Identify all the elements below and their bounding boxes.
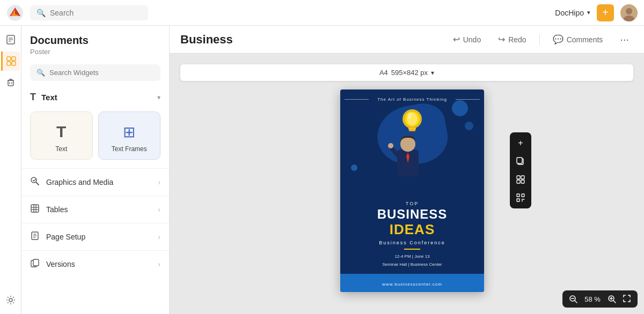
zoom-level: 58 % xyxy=(582,295,603,303)
widget-search-input[interactable] xyxy=(49,69,154,77)
tables-chevron-icon: › xyxy=(158,205,160,214)
svg-rect-14 xyxy=(12,62,16,65)
menu-tables-label: Tables xyxy=(46,205,68,214)
svg-line-59 xyxy=(613,301,616,303)
undo-button[interactable]: ↩ Undo xyxy=(449,32,485,47)
text-card-icon: T xyxy=(56,123,66,141)
versions-chevron-icon: › xyxy=(158,260,160,268)
global-search-bar[interactable]: 🔍 xyxy=(30,5,148,20)
chevron-down-icon: ▾ xyxy=(587,9,590,16)
poster-illustration xyxy=(340,104,484,190)
tables-icon xyxy=(30,204,40,215)
svg-line-56 xyxy=(575,301,577,303)
poster-container[interactable]: The Art of Business Thinking xyxy=(340,89,484,292)
poster-content: TOP BUSINESS IDEAS Business Conference 1… xyxy=(340,196,484,268)
main-layout: Documents Poster 🔍 T Text ▾ T Text ⊞ Tex… xyxy=(0,26,644,314)
svg-rect-36 xyxy=(517,180,520,183)
redo-button[interactable]: ↪ Redo xyxy=(494,32,530,47)
undo-icon: ↩ xyxy=(453,34,460,44)
svg-rect-33 xyxy=(517,158,522,163)
logo-icon[interactable] xyxy=(6,4,24,21)
text-section-icon: T xyxy=(30,92,36,103)
svg-rect-38 xyxy=(517,194,519,197)
redo-label: Redo xyxy=(508,35,526,44)
poster-details: 12-4 PM | June 13 Seminar Hall | Busines… xyxy=(349,253,475,268)
search-icon: 🔍 xyxy=(36,9,46,17)
text-frames-card-icon: ⊞ xyxy=(123,123,135,141)
widget-cards: T Text ⊞ Text Frames xyxy=(21,107,169,168)
zoom-out-button[interactable] xyxy=(567,293,580,305)
poster-divider xyxy=(404,249,420,250)
svg-point-49 xyxy=(407,113,412,119)
sidebar-icon-widgets[interactable] xyxy=(1,51,20,71)
text-frames-card-label: Text Frames xyxy=(112,145,147,153)
svg-rect-11 xyxy=(7,57,11,61)
float-add-button[interactable]: + xyxy=(512,134,529,152)
menu-item-page-setup[interactable]: Page Setup › xyxy=(21,223,169,250)
sidebar-title: Documents xyxy=(30,34,160,47)
user-menu-button[interactable]: DocHipo ▾ xyxy=(555,9,590,17)
svg-point-18 xyxy=(9,298,12,302)
float-toolbar: + xyxy=(510,132,531,208)
canvas-scroll[interactable]: A4 595×842 px ▾ + xyxy=(170,54,644,314)
menu-page-setup-label: Page Setup xyxy=(46,233,85,241)
poster-details-line2: Seminar Hall | Business Center xyxy=(349,261,475,268)
text-frames-widget-card[interactable]: ⊞ Text Frames xyxy=(98,111,161,160)
avatar[interactable] xyxy=(620,4,638,21)
float-copy-button[interactable] xyxy=(512,153,529,170)
widget-search-bar[interactable]: 🔍 xyxy=(30,64,160,81)
svg-rect-15 xyxy=(8,80,13,86)
add-new-button[interactable]: + xyxy=(597,4,614,21)
menu-item-graphics[interactable]: Graphics and Media › xyxy=(21,168,169,196)
comments-label: Comments xyxy=(567,35,603,44)
comments-button[interactable]: 💬 Comments xyxy=(548,32,608,47)
menu-graphics-label: Graphics and Media xyxy=(46,178,113,186)
menu-item-tables[interactable]: Tables › xyxy=(21,196,169,223)
svg-rect-13 xyxy=(7,62,11,65)
menu-item-tables-left: Tables xyxy=(30,204,68,215)
user-menu-label: DocHipo xyxy=(555,9,584,17)
menu-item-versions[interactable]: Versions › xyxy=(21,250,169,278)
page-setup-chevron-icon: › xyxy=(158,233,160,241)
svg-rect-34 xyxy=(517,176,520,179)
icon-sidebar xyxy=(0,26,21,314)
svg-rect-12 xyxy=(12,57,16,61)
svg-point-54 xyxy=(388,143,393,148)
zoom-expand-button[interactable] xyxy=(620,293,633,305)
sidebar-icon-trash[interactable] xyxy=(1,73,20,92)
float-qr-button[interactable] xyxy=(512,189,529,206)
poster-conference-label: Business Conference xyxy=(349,240,475,245)
svg-rect-21 xyxy=(31,205,39,212)
text-section-label: Text xyxy=(41,93,57,102)
zoom-bar: 58 % xyxy=(562,290,638,308)
svg-rect-41 xyxy=(522,199,523,200)
page-dimensions: 595×842 px xyxy=(391,69,428,77)
float-grid-button[interactable] xyxy=(512,171,529,188)
text-section-chevron: ▾ xyxy=(157,94,160,101)
sidebar-icon-document[interactable] xyxy=(1,30,20,49)
widget-search-icon: 🔍 xyxy=(36,69,45,77)
svg-rect-42 xyxy=(523,199,524,200)
more-options-button[interactable]: ··· xyxy=(616,31,633,48)
zoom-in-button[interactable] xyxy=(605,293,618,305)
canvas-title: Business xyxy=(180,33,440,47)
poster-details-line1: 12-4 PM | June 13 xyxy=(349,253,475,260)
canvas-area: Business ↩ Undo ↪ Redo 💬 Comments ··· A4… xyxy=(170,26,644,314)
menu-item-page-setup-left: Page Setup xyxy=(30,231,85,243)
poster-footer: www.businesscenter.com xyxy=(340,274,484,292)
comments-icon: 💬 xyxy=(553,34,564,44)
graphics-chevron-icon: › xyxy=(158,178,160,186)
text-section-header[interactable]: T Text ▾ xyxy=(21,87,169,107)
sidebar-icon-settings[interactable] xyxy=(1,290,20,310)
text-widget-card[interactable]: T Text xyxy=(30,111,93,160)
svg-line-20 xyxy=(36,182,39,185)
svg-rect-40 xyxy=(517,199,519,201)
svg-rect-39 xyxy=(522,194,524,197)
menu-item-versions-left: Versions xyxy=(30,258,75,270)
global-search-input[interactable] xyxy=(50,9,142,17)
redo-icon: ↪ xyxy=(498,34,505,44)
sidebar-subtitle: Poster xyxy=(30,48,160,56)
svg-rect-43 xyxy=(522,200,523,201)
page-size-chevron-icon: ▾ xyxy=(431,69,434,77)
poster-main-title: BUSINESS xyxy=(349,207,475,221)
